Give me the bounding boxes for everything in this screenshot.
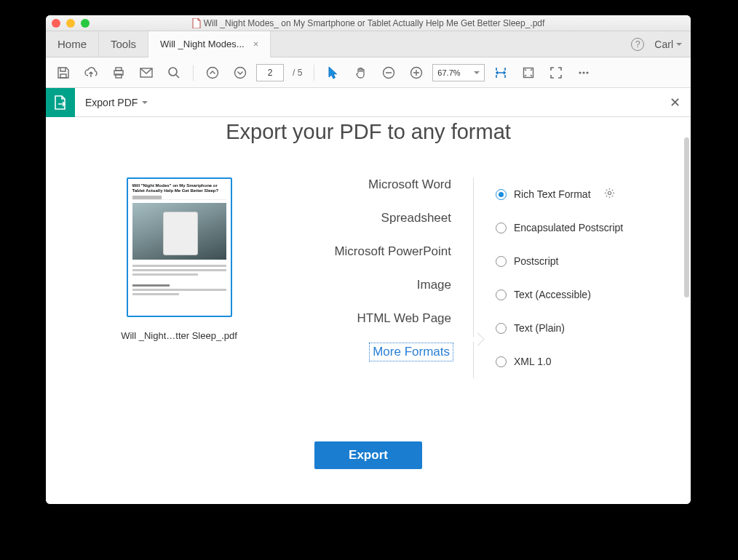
export-button[interactable]: Export	[314, 441, 422, 469]
minimize-window-button[interactable]	[66, 19, 75, 28]
caret-down-icon	[142, 101, 148, 104]
print-icon[interactable]	[107, 61, 130, 84]
format-category-list: Microsoft WordSpreadsheetMicrosoft Power…	[292, 177, 474, 378]
panel-heading: Export your PDF to any format	[46, 117, 691, 144]
radio-icon	[496, 323, 507, 334]
zoom-value: 67.7%	[437, 68, 460, 77]
titlebar: Will _Night Modes_ on My Smartphone or T…	[46, 15, 691, 31]
format-option[interactable]: XML 1.0	[496, 345, 623, 378]
user-menu[interactable]: Carl	[654, 39, 682, 50]
radio-icon	[496, 289, 507, 300]
format-option[interactable]: Rich Text Format	[496, 177, 623, 211]
format-option-label: Text (Plain)	[514, 322, 565, 334]
zoom-out-icon[interactable]	[377, 61, 400, 84]
pdf-file-icon	[192, 18, 201, 28]
thumbnail-body	[132, 263, 226, 311]
tab-tools[interactable]: Tools	[99, 31, 148, 57]
format-category[interactable]: Microsoft Word	[292, 177, 451, 192]
radio-icon	[496, 223, 507, 233]
document-thumbnail[interactable]: Will "Night Modes" on My Smartphone or T…	[127, 177, 232, 317]
caret-down-icon	[676, 43, 682, 46]
format-option-label: Text (Accessible)	[514, 289, 591, 300]
svg-point-12	[583, 71, 585, 73]
user-name: Carl	[654, 39, 673, 50]
close-window-button[interactable]	[52, 19, 60, 28]
svg-point-11	[579, 71, 582, 73]
format-option-label: XML 1.0	[514, 356, 552, 367]
format-category[interactable]: Spreadsheet	[292, 211, 451, 225]
thumbnail-hero-image	[132, 203, 226, 260]
format-option[interactable]: Text (Accessible)	[496, 278, 623, 311]
help-icon[interactable]: ?	[631, 38, 644, 51]
search-icon[interactable]	[162, 61, 186, 84]
format-category[interactable]: Image	[292, 278, 451, 292]
toolbar: 2 / 5 67.7%	[46, 57, 691, 88]
export-panel: Export your PDF to any format Will "Nigh…	[46, 117, 691, 504]
tab-document-label: Will _Night Modes...	[160, 39, 245, 49]
close-tab-icon[interactable]: ×	[253, 39, 259, 49]
fullscreen-icon[interactable]	[544, 61, 568, 84]
separator	[314, 65, 314, 81]
format-option[interactable]: Text (Plain)	[496, 311, 623, 345]
page-number-input[interactable]: 2	[256, 64, 284, 81]
svg-rect-2	[116, 68, 122, 71]
selection-tool-icon[interactable]	[322, 61, 345, 84]
format-category[interactable]: More Formats	[371, 345, 451, 359]
page-up-icon[interactable]	[201, 61, 224, 84]
window-title: Will _Night Modes_ on My Smartphone or T…	[46, 18, 691, 28]
radio-icon	[496, 189, 507, 200]
thumbnail-title: Will "Night Modes" on My Smartphone or T…	[132, 183, 226, 193]
hand-tool-icon[interactable]	[349, 61, 373, 84]
format-option-label: Postscript	[514, 255, 558, 267]
thumbnail-meta	[132, 196, 226, 200]
app-window: Will _Night Modes_ on My Smartphone or T…	[46, 15, 691, 504]
save-icon[interactable]	[52, 61, 75, 84]
tab-home[interactable]: Home	[46, 31, 99, 57]
mail-icon[interactable]	[135, 61, 158, 84]
fit-width-icon[interactable]	[489, 61, 512, 84]
close-panel-icon[interactable]: ✕	[670, 95, 691, 111]
zoom-select[interactable]: 67.7%	[432, 64, 485, 81]
export-mode-label: Export PDF	[85, 97, 138, 108]
svg-point-14	[608, 191, 611, 194]
thumbnail-column: Will "Night Modes" on My Smartphone or T…	[110, 177, 248, 378]
page-total: / 5	[288, 68, 306, 78]
export-mode-select[interactable]: Export PDF	[75, 97, 158, 108]
svg-point-5	[169, 68, 177, 76]
format-option-label: Encapsulated Postscript	[514, 222, 623, 233]
zoom-in-icon[interactable]	[405, 61, 428, 84]
radio-icon	[496, 356, 507, 367]
more-tools-icon[interactable]	[572, 61, 595, 84]
svg-rect-0	[60, 74, 66, 78]
zoom-window-button[interactable]	[81, 19, 90, 28]
separator	[193, 65, 194, 81]
format-option-label: Rich Text Format	[514, 188, 591, 200]
format-category[interactable]: Microsoft PowerPoint	[292, 244, 451, 259]
traffic-lights	[52, 19, 90, 28]
export-toolbar: Export PDF ✕	[46, 88, 691, 117]
radio-icon	[496, 256, 507, 267]
fit-page-icon[interactable]	[517, 61, 540, 84]
svg-point-7	[235, 67, 246, 78]
cloud-upload-icon[interactable]	[79, 61, 103, 84]
export-pdf-icon	[46, 88, 75, 117]
svg-point-6	[207, 67, 218, 78]
svg-point-13	[587, 71, 589, 73]
format-option[interactable]: Encapsulated Postscript	[496, 211, 623, 244]
tab-row: Home Tools Will _Night Modes... × ? Carl	[46, 31, 691, 57]
page-down-icon[interactable]	[229, 61, 252, 84]
export-button-label: Export	[349, 448, 388, 462]
scrollbar-thumb[interactable]	[684, 137, 689, 297]
thumbnail-filename: Will _Night…tter Sleep_.pdf	[110, 330, 248, 341]
format-category[interactable]: HTML Web Page	[292, 311, 451, 326]
caret-down-icon	[474, 71, 480, 74]
format-option[interactable]: Postscript	[496, 244, 623, 278]
format-option-list: Rich Text FormatEncapsulated PostscriptP…	[474, 177, 623, 378]
tab-document[interactable]: Will _Night Modes... ×	[148, 31, 271, 57]
gear-icon[interactable]	[604, 188, 615, 201]
